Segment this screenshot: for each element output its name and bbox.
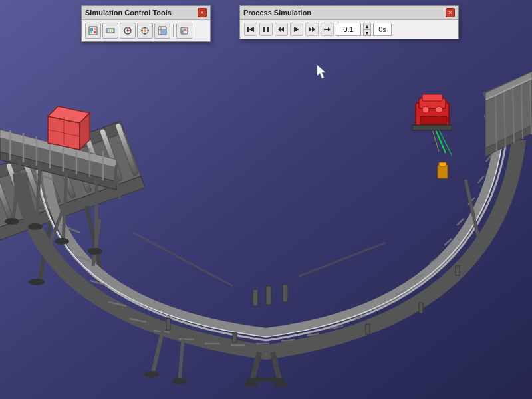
process-sim-body: ▲ ▼ 0s bbox=[240, 20, 458, 39]
speed-spinner: ▲ ▼ bbox=[363, 23, 371, 36]
svg-rect-45 bbox=[246, 378, 285, 382]
svg-rect-95 bbox=[420, 116, 447, 124]
svg-rect-104 bbox=[283, 285, 288, 302]
pause-icon bbox=[262, 25, 270, 33]
svg-point-46 bbox=[245, 382, 258, 387]
svg-rect-117 bbox=[94, 31, 96, 33]
svg-marker-148 bbox=[328, 27, 331, 31]
svg-point-82 bbox=[88, 248, 102, 255]
sim-tool-btn-3[interactable] bbox=[120, 23, 136, 39]
svg-point-54 bbox=[172, 378, 187, 384]
svg-rect-92 bbox=[422, 94, 442, 101]
tool1-icon bbox=[88, 26, 98, 35]
sim-tool-btn-1[interactable] bbox=[85, 23, 101, 39]
svg-rect-106 bbox=[233, 332, 237, 342]
speed-up-btn[interactable]: ▲ bbox=[363, 23, 371, 29]
tool2-icon bbox=[106, 26, 115, 35]
svg-point-94 bbox=[436, 106, 442, 113]
svg-rect-141 bbox=[267, 27, 269, 32]
svg-point-77 bbox=[5, 218, 19, 225]
svg-point-53 bbox=[144, 371, 159, 378]
svg-rect-105 bbox=[166, 318, 170, 330]
svg-marker-146 bbox=[312, 27, 315, 32]
svg-marker-143 bbox=[278, 27, 281, 32]
tool3-icon bbox=[123, 26, 132, 35]
svg-marker-139 bbox=[249, 27, 254, 32]
svg-point-93 bbox=[422, 106, 429, 113]
play-btn[interactable] bbox=[290, 23, 303, 36]
svg-rect-108 bbox=[419, 303, 423, 313]
step-back-icon bbox=[277, 25, 285, 33]
svg-rect-109 bbox=[456, 266, 460, 275]
process-sim-titlebar[interactable]: Process Simulation × bbox=[240, 6, 458, 20]
fast-forward-icon bbox=[308, 25, 316, 33]
svg-rect-140 bbox=[263, 27, 265, 32]
step-back-btn[interactable] bbox=[275, 23, 288, 36]
svg-rect-102 bbox=[253, 289, 258, 306]
svg-marker-144 bbox=[294, 27, 299, 32]
sim-tool-btn-5[interactable] bbox=[154, 23, 170, 39]
sim-control-body bbox=[82, 20, 210, 41]
play-icon bbox=[293, 25, 301, 33]
cad-viewport[interactable] bbox=[0, 0, 532, 399]
svg-rect-116 bbox=[90, 31, 92, 33]
toolbar-separator bbox=[173, 24, 174, 37]
svg-rect-115 bbox=[94, 28, 96, 30]
rewind-start-icon bbox=[247, 25, 255, 33]
svg-point-81 bbox=[55, 238, 69, 245]
conveyor-svg bbox=[0, 0, 532, 399]
rewind-to-start-btn[interactable] bbox=[244, 23, 257, 36]
svg-point-78 bbox=[28, 223, 43, 230]
process-simulation-toolbar: Process Simulation × bbox=[239, 5, 459, 39]
sim-control-close-btn[interactable]: × bbox=[198, 8, 207, 17]
svg-rect-110 bbox=[438, 165, 448, 178]
svg-rect-103 bbox=[266, 286, 271, 305]
pause-btn[interactable] bbox=[259, 23, 273, 36]
speed-down-btn[interactable]: ▼ bbox=[363, 29, 371, 36]
svg-point-123 bbox=[127, 30, 129, 32]
svg-point-136 bbox=[184, 29, 186, 31]
svg-rect-133 bbox=[162, 30, 166, 34]
speed-input[interactable] bbox=[336, 23, 361, 36]
sim-control-title: Simulation Control Tools bbox=[85, 9, 172, 17]
svg-rect-107 bbox=[366, 324, 370, 334]
fast-forward-btn[interactable] bbox=[305, 23, 319, 36]
svg-point-17 bbox=[29, 279, 45, 285]
arrow-forward-btn[interactable] bbox=[321, 23, 334, 36]
arrow-forward-icon bbox=[323, 25, 331, 33]
process-sim-close-btn[interactable]: × bbox=[446, 8, 455, 17]
time-display: 0s bbox=[373, 23, 392, 36]
svg-marker-142 bbox=[281, 27, 284, 32]
svg-rect-138 bbox=[247, 27, 249, 32]
svg-point-137 bbox=[182, 31, 184, 33]
svg-rect-111 bbox=[439, 162, 446, 166]
tool6-icon bbox=[180, 26, 189, 35]
sim-tool-btn-4[interactable] bbox=[137, 23, 153, 39]
sim-tool-btn-6[interactable] bbox=[176, 23, 192, 39]
svg-marker-145 bbox=[309, 27, 312, 32]
tool5-icon bbox=[158, 26, 167, 35]
svg-point-125 bbox=[144, 29, 146, 32]
svg-rect-99 bbox=[412, 125, 452, 130]
tool4-icon bbox=[140, 26, 150, 35]
simulation-control-toolbar: Simulation Control Tools × bbox=[81, 5, 211, 42]
svg-point-47 bbox=[274, 382, 287, 387]
sim-control-titlebar[interactable]: Simulation Control Tools × bbox=[82, 6, 210, 20]
process-sim-title: Process Simulation bbox=[243, 9, 311, 17]
sim-tool-btn-2[interactable] bbox=[102, 23, 118, 39]
svg-rect-114 bbox=[90, 28, 93, 31]
